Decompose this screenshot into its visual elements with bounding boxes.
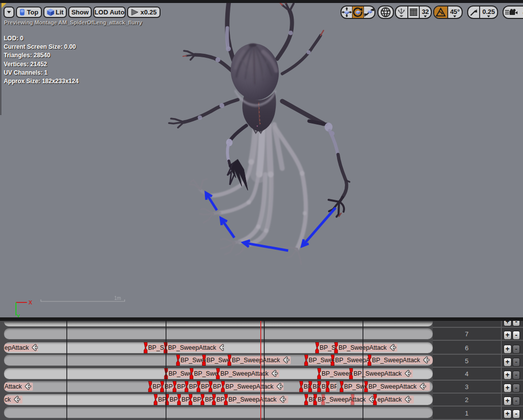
svg-text:1m: 1m <box>114 295 121 301</box>
svg-text:X: X <box>28 299 32 305</box>
